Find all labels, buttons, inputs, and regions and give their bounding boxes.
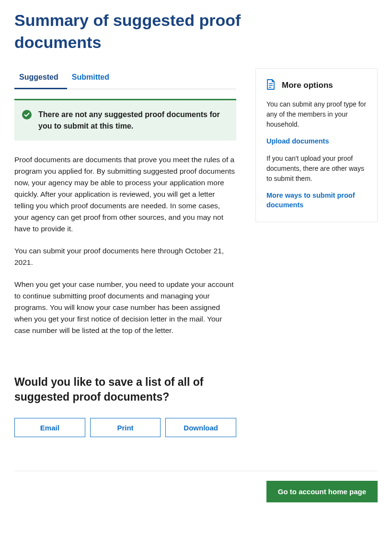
intro-paragraph-2: You can submit your proof documents here…	[14, 245, 236, 268]
tabs-container: Suggested Submitted	[14, 68, 236, 89]
page-title: Summary of suggested proof documents	[14, 10, 264, 54]
document-icon	[266, 79, 275, 92]
intro-paragraph-3: When you get your case number, you need …	[14, 279, 236, 336]
success-alert: There are not any suggested proof docume…	[14, 99, 236, 141]
more-options-card: More options You can submit any proof ty…	[255, 68, 378, 222]
sidebar-title: More options	[282, 81, 333, 90]
go-home-button[interactable]: Go to account home page	[266, 481, 378, 502]
save-heading: Would you like to save a list of all of …	[14, 375, 236, 404]
sidebar-text-1: You can submit any proof type for any of…	[266, 99, 367, 130]
download-button[interactable]: Download	[165, 418, 236, 437]
footer-actions: Go to account home page	[14, 481, 378, 502]
svg-point-0	[22, 110, 32, 119]
print-button[interactable]: Print	[90, 418, 161, 437]
sidebar-text-2: If you can't upload your proof documents…	[266, 154, 367, 184]
alert-message-text: There are not any suggested proof docume…	[38, 109, 227, 132]
tab-submitted[interactable]: Submitted	[67, 68, 118, 89]
save-button-row: Email Print Download	[14, 418, 236, 437]
checkmark-circle-icon	[22, 110, 32, 121]
main-content: Suggested Submitted There are not any su…	[14, 68, 236, 437]
more-ways-link[interactable]: More ways to submit proof documents	[266, 190, 367, 210]
divider	[14, 471, 378, 471]
intro-paragraph-1: Proof documents are documents that prove…	[14, 154, 236, 235]
upload-documents-link[interactable]: Upload documents	[266, 136, 367, 146]
sidebar: More options You can submit any proof ty…	[255, 68, 378, 222]
tab-suggested[interactable]: Suggested	[14, 68, 67, 89]
email-button[interactable]: Email	[14, 418, 85, 437]
